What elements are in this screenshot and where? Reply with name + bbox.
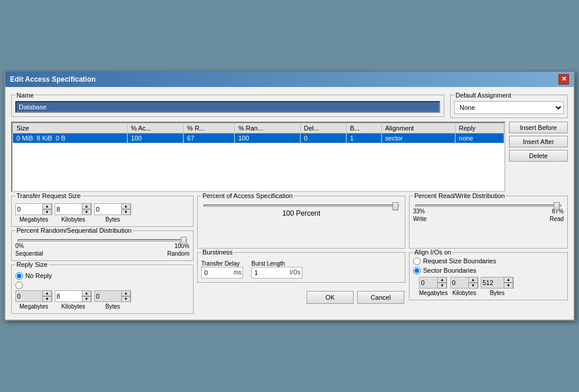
col-pct-ran: % Ran... [234, 123, 300, 133]
trs-megabytes-up[interactable]: ▲ [42, 203, 52, 209]
align-bytes-down[interactable]: ▼ [504, 283, 513, 289]
align-ios-box: Align I/Os on Request Size Boundaries Se… [409, 252, 568, 300]
write-word-label: Write [413, 216, 427, 222]
transfer-delay-unit: ms [234, 269, 241, 276]
trs-megabytes-down[interactable]: ▼ [42, 209, 52, 215]
pct-access-display: 100 Percent [201, 209, 401, 217]
insert-before-button[interactable]: Insert Before [509, 122, 568, 133]
align-kilobytes-group: ▲ ▼ Kilobytes [450, 277, 478, 296]
align-megabytes-group: ▲ ▼ Megabytes [419, 277, 448, 296]
pct-access-spec-box: Percent of Access Specification 100 Perc… [197, 196, 405, 249]
delete-button[interactable]: Delete [509, 150, 568, 162]
align-megabytes-label: Megabytes [419, 290, 448, 296]
seq-pct-label: 0% [15, 243, 24, 249]
reply-kilobytes-label: Kilobytes [61, 303, 85, 310]
trs-kilobytes-label: Kilobytes [61, 216, 85, 223]
reply-size-box: Reply Size No Reply ▲ [11, 264, 194, 314]
burst-length-group: Burst Length I/Os [251, 260, 302, 279]
reply-megabytes-down[interactable]: ▼ [42, 296, 52, 302]
col-alignment: Alignment [381, 123, 455, 133]
reply-kilobytes-group: ▲ ▼ Kilobytes [55, 290, 92, 310]
reply-kilobytes-up[interactable]: ▲ [82, 290, 91, 296]
reply-bytes-down[interactable]: ▼ [121, 296, 131, 302]
trs-kilobytes-up[interactable]: ▲ [82, 203, 91, 209]
reply-megabytes-up[interactable]: ▲ [42, 290, 52, 296]
rand-word-label: Random [167, 250, 189, 257]
col-pct-r: % R... [184, 123, 235, 133]
burst-length-label: Burst Length [251, 260, 302, 267]
request-size-boundaries-label: Request Size Boundaries [423, 257, 496, 264]
close-button[interactable]: ✕ [558, 74, 569, 85]
cell-pct-r: 67 [184, 133, 235, 143]
trs-bytes-input[interactable] [95, 204, 121, 215]
col-size: Size [13, 123, 128, 133]
reply-kilobytes-down[interactable]: ▼ [82, 296, 91, 302]
random-seq-slider-track[interactable] [18, 239, 187, 242]
trs-kilobytes-group: ▲ ▼ Kilobytes [55, 203, 92, 223]
cell-pct-ran: 100 [234, 133, 300, 143]
cell-size: 0 MiB 8 KiB 0 B [13, 133, 128, 143]
trs-megabytes-input[interactable] [16, 204, 42, 215]
sector-boundaries-radio[interactable] [413, 267, 421, 274]
trs-megabytes-group: ▲ ▼ Megabytes [15, 203, 52, 223]
reply-bytes-group: ▲ ▼ Bytes [94, 290, 131, 310]
cell-alignment: sector [381, 133, 455, 143]
burst-length-unit: I/Os [290, 269, 300, 276]
align-kilobytes-input[interactable] [451, 279, 468, 287]
reply-bytes-up[interactable]: ▲ [121, 290, 131, 296]
ok-button[interactable]: OK [307, 291, 354, 304]
table-row[interactable]: 0 MiB 8 KiB 0 B 100 67 100 0 1 sector no… [13, 133, 504, 143]
cell-reply: none [455, 133, 504, 143]
cell-pct-access: 100 [127, 133, 184, 143]
transfer-delay-group: Transfer Delay ms [201, 260, 243, 279]
burstiness-label: Burstiness [201, 249, 234, 256]
no-reply-radio[interactable] [15, 272, 23, 280]
default-assignment-select[interactable]: None All Sequential Random [454, 101, 564, 114]
align-megabytes-down[interactable]: ▼ [437, 283, 447, 289]
reply-kilobytes-input[interactable] [55, 291, 82, 301]
col-b: B... [346, 123, 381, 133]
trs-kilobytes-down[interactable]: ▼ [82, 209, 91, 215]
trs-kilobytes-input[interactable] [55, 204, 82, 215]
reply-bytes-input[interactable] [95, 291, 121, 301]
transfer-delay-input[interactable] [203, 269, 232, 277]
align-megabytes-up[interactable]: ▲ [437, 277, 447, 283]
name-input[interactable] [15, 101, 440, 113]
write-pct-value: 33% [413, 208, 425, 215]
cell-b: 1 [346, 133, 381, 143]
pct-rw-legend: Percent Read/Write Distribution [413, 192, 506, 199]
col-reply: Reply [455, 123, 504, 133]
align-kilobytes-up[interactable]: ▲ [468, 277, 478, 283]
reply-size-radio[interactable] [15, 282, 23, 289]
align-bytes-input[interactable] [481, 279, 504, 287]
trs-bytes-up[interactable]: ▲ [121, 203, 131, 209]
no-reply-label: No Reply [25, 272, 52, 279]
align-megabytes-input[interactable] [420, 279, 437, 287]
transfer-delay-label: Transfer Delay [201, 260, 243, 267]
pct-access-slider-thumb[interactable] [392, 202, 398, 210]
col-pct-access: % Ac... [127, 123, 184, 133]
reply-megabytes-label: Megabytes [19, 303, 48, 310]
trs-bytes-down[interactable]: ▼ [121, 209, 131, 215]
cancel-button[interactable]: Cancel [357, 291, 404, 304]
transfer-request-size-label: Transfer Request Size [15, 192, 82, 199]
align-bytes-up[interactable]: ▲ [504, 277, 513, 283]
request-size-boundaries-radio[interactable] [413, 257, 421, 265]
rw-slider-thumb[interactable] [554, 202, 560, 210]
title-bar: Edit Access Specification ✕ [5, 72, 574, 87]
pct-access-slider-track[interactable] [204, 205, 399, 207]
align-kilobytes-down[interactable]: ▼ [468, 283, 478, 289]
col-del: Del... [300, 123, 346, 133]
sector-boundaries-label: Sector Boundaries [423, 267, 477, 274]
request-size-boundaries-row: Request Size Boundaries [413, 257, 564, 265]
name-legend: Name [15, 92, 35, 99]
rw-slider-track[interactable] [415, 205, 561, 207]
burst-length-input[interactable] [253, 269, 288, 277]
reply-megabytes-input[interactable] [16, 291, 42, 301]
pct-random-seq-box: Percent Random/Sequential Distribution 0… [11, 230, 194, 261]
sector-boundaries-row: Sector Boundaries [413, 267, 564, 274]
insert-after-button[interactable]: Insert After [509, 136, 568, 148]
random-seq-slider-thumb[interactable] [181, 237, 187, 245]
align-kilobytes-label: Kilobytes [452, 290, 477, 296]
default-assignment-legend: Default Assignment [454, 92, 513, 99]
